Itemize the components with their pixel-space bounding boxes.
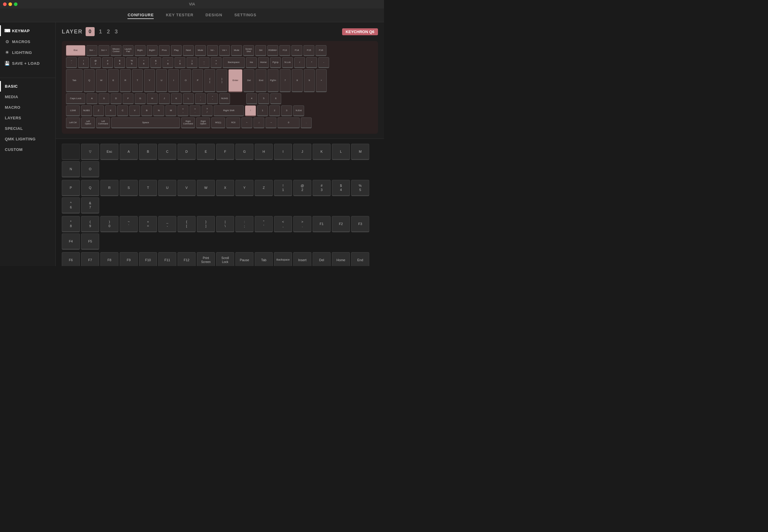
picker-tab-qmk-lighting[interactable]: QMK LIGHTING	[0, 134, 55, 144]
close-button[interactable]	[3, 2, 7, 6]
key-vol-minus[interactable]: Vol -	[207, 45, 218, 56]
key-home[interactable]: Home	[258, 57, 269, 68]
key-rshift[interactable]: Right Shift	[214, 105, 244, 116]
picker-key-hash-3[interactable]: #3	[312, 180, 331, 196]
key-nuhs[interactable]: NUHS	[219, 93, 230, 104]
tab-settings[interactable]: SETTINGS	[234, 11, 256, 19]
picker-tab-basic[interactable]: BASIC	[0, 81, 55, 92]
picker-key-lparen-9[interactable]: (9	[81, 216, 99, 232]
key-lctrl[interactable]: Left Ctrl	[66, 117, 80, 128]
picker-key-z[interactable]: Z	[255, 180, 273, 196]
picker-key-caret-6[interactable]: ^6	[62, 197, 80, 214]
sidebar-item-lighting[interactable]: ☀ LIGHTING	[0, 47, 55, 58]
picker-key-c[interactable]: C	[158, 144, 176, 160]
picker-key-plus-eq[interactable]: +=	[139, 216, 157, 232]
picker-key-tab[interactable]: Tab	[255, 252, 273, 266]
picker-key-scroll-lock[interactable]: ScrollLock	[216, 252, 234, 266]
key-x[interactable]: X	[105, 105, 116, 116]
minimize-button[interactable]	[8, 2, 12, 6]
key-num-plus[interactable]: +	[316, 69, 327, 92]
key-slash[interactable]: ?/	[202, 105, 212, 116]
picker-key-dollar-4[interactable]: $4	[332, 180, 350, 196]
picker-key-ast-8[interactable]: *8	[62, 216, 80, 232]
sidebar-item-macros[interactable]: ⊙ MACROS	[0, 36, 55, 47]
key-4[interactable]: $4	[114, 57, 125, 68]
key-prvs[interactable]: Prvs	[159, 45, 170, 56]
key-d[interactable]: D	[111, 93, 121, 104]
picker-key-print-screen[interactable]: PrintScreen	[197, 252, 215, 266]
picker-key-a[interactable]: A	[120, 144, 138, 160]
picker-key-lt-comma[interactable]: <,	[274, 216, 292, 232]
picker-key-l[interactable]: L	[332, 144, 350, 160]
picker-key-f5[interactable]: F5	[81, 233, 99, 250]
picker-key-gt-period[interactable]: >.	[293, 216, 311, 232]
picker-key-del[interactable]: Del	[312, 252, 331, 266]
key-j[interactable]: J	[159, 93, 170, 104]
picker-key-rbracket[interactable]: }]	[197, 216, 215, 232]
key-num-9[interactable]: 9	[304, 69, 315, 92]
picker-key-pct-5[interactable]: %5	[351, 180, 369, 196]
key-scr-minus[interactable]: Scr -	[86, 45, 97, 56]
key-f15[interactable]: F15	[303, 45, 314, 56]
key-r[interactable]: R	[120, 69, 131, 92]
picker-key-trns[interactable]: ▽	[81, 144, 99, 160]
key-s[interactable]: S	[99, 93, 109, 104]
picker-key-k[interactable]: K	[312, 144, 331, 160]
key-t[interactable]: T	[132, 69, 143, 92]
key-3[interactable]: #3	[102, 57, 113, 68]
key-lcommand[interactable]: LeftCommand	[96, 117, 110, 128]
key-mo1[interactable]: MO(1)	[211, 117, 225, 128]
key-u[interactable]: U	[156, 69, 167, 92]
key-a[interactable]: A	[86, 93, 97, 104]
key-del[interactable]: Del	[243, 69, 254, 92]
key-semicolon[interactable]: :;	[195, 93, 206, 104]
key-vol-plus[interactable]: Vol +	[219, 45, 230, 56]
key-rbracket[interactable]: }]	[216, 69, 227, 92]
sidebar-item-save-load[interactable]: 💾 SAVE + LOAD	[0, 58, 55, 69]
picker-key-h[interactable]: H	[255, 144, 273, 160]
key-num-8[interactable]: 8	[292, 69, 302, 92]
key-num-minus[interactable]: -	[318, 57, 329, 68]
picker-key-home[interactable]: Home	[332, 252, 350, 266]
picker-key-b[interactable]: B	[139, 144, 157, 160]
picker-key-pause[interactable]: Pause	[235, 252, 253, 266]
key-tab[interactable]: Tab	[66, 69, 83, 92]
key-brght-plus[interactable]: Brght+	[147, 45, 158, 56]
picker-tab-macro[interactable]: MACRO	[0, 102, 55, 113]
picker-key-esc[interactable]: Esc	[100, 144, 118, 160]
key-7[interactable]: &7	[150, 57, 161, 68]
layer-2-button[interactable]: 2	[107, 29, 110, 35]
key-num-4[interactable]: 4	[246, 93, 257, 104]
picker-key-o[interactable]: O	[81, 161, 99, 177]
tab-design[interactable]: DESIGN	[205, 11, 222, 19]
key-2[interactable]: @2	[90, 57, 101, 68]
picker-key-r[interactable]: R	[100, 180, 118, 196]
key-f[interactable]: F	[123, 93, 133, 104]
key-next[interactable]: Next	[183, 45, 194, 56]
key-up[interactable]: ↑	[245, 105, 256, 116]
tab-configure[interactable]: CONFIGURE	[127, 11, 154, 19]
key-quote[interactable]: "'	[207, 93, 218, 104]
picker-key-colon[interactable]: :;	[235, 216, 253, 232]
key-num-7[interactable]: 7	[280, 69, 290, 92]
key-lbracket[interactable]: {[	[204, 69, 215, 92]
picker-key-backspace[interactable]: Backspace	[274, 252, 292, 266]
picker-key-n[interactable]: N	[62, 161, 80, 177]
picker-key-f[interactable]: F	[216, 144, 234, 160]
picker-key-e[interactable]: E	[197, 144, 215, 160]
key-f14[interactable]: F14	[291, 45, 302, 56]
key-v[interactable]: V	[129, 105, 140, 116]
key-ins[interactable]: Ins	[246, 57, 257, 68]
key-8[interactable]: *8	[162, 57, 173, 68]
key-1[interactable]: !1	[78, 57, 89, 68]
picker-key-w[interactable]: W	[197, 180, 215, 196]
key-n[interactable]: N	[153, 105, 164, 116]
key-mute-2[interactable]: Mute	[231, 45, 242, 56]
key-brght-minus[interactable]: Brght-	[135, 45, 146, 56]
picker-key-f11[interactable]: F11	[158, 252, 176, 266]
key-rcommand[interactable]: RightCommand	[181, 117, 195, 128]
picker-key-y[interactable]: Y	[235, 180, 253, 196]
picker-key-f6[interactable]: F6	[62, 252, 80, 266]
key-tilde[interactable]: ~`	[66, 57, 77, 68]
key-num-dot[interactable]: .	[301, 117, 312, 128]
